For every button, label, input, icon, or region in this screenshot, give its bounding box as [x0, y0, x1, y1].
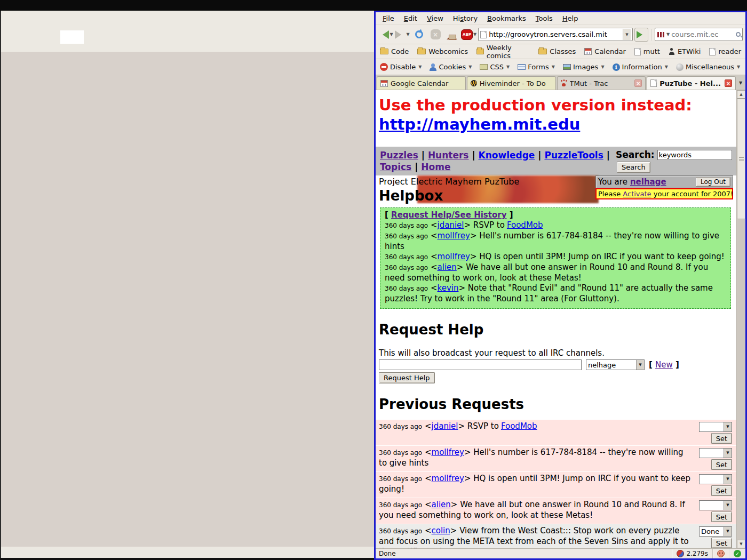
status-select[interactable]: ▼	[699, 474, 732, 484]
request-help-button[interactable]: Request Help	[379, 372, 435, 383]
url-input[interactable]	[489, 30, 621, 38]
tab-list-dropdown[interactable]: ▼	[736, 76, 745, 90]
user-link[interactable]: alien	[438, 262, 457, 272]
scroll-up-button[interactable]: ▲	[737, 90, 745, 99]
menu-item[interactable]: Help	[559, 13, 582, 23]
set-button[interactable]: Set	[711, 485, 732, 496]
nav-link[interactable]: Knowledge	[479, 150, 535, 161]
bookmark-code[interactable]: Code	[380, 47, 409, 55]
search-engine-box[interactable]: ▼	[655, 28, 743, 41]
vertical-scrollbar[interactable]: ▲ ▼	[736, 90, 745, 548]
web-search-input[interactable]	[671, 30, 734, 38]
dropdown-icon[interactable]: ▼	[418, 65, 422, 69]
bookmark-mutt[interactable]: mutt	[634, 47, 660, 55]
status-select[interactable]: ▼	[699, 500, 732, 510]
mayhem-link[interactable]: http://mayhem.mit.edu	[379, 115, 580, 133]
scrollbar-track[interactable]	[737, 219, 745, 540]
site-search-input[interactable]	[657, 150, 732, 160]
message-link[interactable]: FoodMob	[501, 421, 537, 431]
set-button[interactable]: Set	[711, 433, 732, 444]
stop-button[interactable]: ×	[428, 27, 443, 42]
adblock-button[interactable]: ABP▼	[461, 27, 476, 42]
new-link[interactable]: New	[655, 360, 673, 370]
dropdown-icon[interactable]: ▼	[552, 65, 555, 69]
user-link[interactable]: jdaniel	[432, 421, 458, 431]
load-timer[interactable]: 2.279s	[672, 549, 712, 558]
url-bar[interactable]: ▼	[478, 28, 633, 41]
requester-select[interactable]: nelhage ▼	[586, 359, 645, 370]
ok-status[interactable]: ✓	[729, 549, 745, 558]
user-link[interactable]: kevin	[438, 283, 459, 293]
tab-close-icon[interactable]: ×	[725, 79, 732, 87]
menu-item[interactable]: Bookmarks	[483, 13, 530, 23]
bookmark-webcomics[interactable]: Webcomics	[417, 47, 468, 55]
select-arrow-icon[interactable]: ▼	[636, 360, 644, 370]
nav-link[interactable]: PuzzleTools	[544, 150, 603, 161]
tab-google-calendar[interactable]: Google Calendar	[377, 76, 466, 90]
dropdown-icon[interactable]: ▼	[468, 65, 472, 69]
devtool-miscellaneous[interactable]: Miscellaneous▼	[676, 63, 740, 71]
devtool-cookies[interactable]: Cookies▼	[430, 63, 472, 71]
select-arrow-icon[interactable]: ▼	[724, 501, 732, 510]
nav-link[interactable]: Puzzles	[380, 150, 418, 161]
scrollbar-thumb[interactable]	[737, 99, 745, 219]
home-button[interactable]	[444, 27, 459, 42]
status-select[interactable]: Done ▼	[699, 526, 732, 537]
search-engine-dropdown[interactable]: ▼	[666, 32, 670, 37]
scroll-down-button[interactable]: ▼	[737, 540, 745, 548]
user-link[interactable]: jdaniel	[438, 220, 464, 230]
reload-button[interactable]	[411, 27, 426, 42]
user-link[interactable]: mollfrey	[438, 252, 470, 261]
menu-item[interactable]: Tools	[532, 13, 557, 23]
devtool-disable[interactable]: Disable▼	[380, 63, 422, 71]
status-select[interactable]: ▼	[699, 422, 732, 432]
username-link[interactable]: nelhage	[630, 177, 666, 187]
magnifier-icon[interactable]	[736, 32, 741, 37]
back-dropdown-icon[interactable]: ▼	[390, 32, 393, 37]
menu-item[interactable]: View	[423, 13, 447, 23]
adblock-dropdown-icon[interactable]: ▼	[473, 32, 476, 37]
dropdown-icon[interactable]: ▼	[601, 65, 604, 69]
nav-link[interactable]: Home	[421, 162, 450, 172]
site-search-button[interactable]: Search	[617, 162, 650, 173]
forward-button[interactable]: ▼	[395, 27, 410, 42]
nav-link[interactable]: Topics	[380, 162, 411, 172]
dropdown-icon[interactable]: ▼	[737, 65, 740, 69]
url-history-dropdown[interactable]: ▼	[623, 29, 631, 40]
dropdown-icon[interactable]: ▼	[665, 65, 668, 69]
devtool-information[interactable]: iInformation▼	[613, 63, 668, 71]
user-link[interactable]: mollfrey	[432, 474, 464, 483]
select-arrow-icon[interactable]: ▼	[724, 527, 732, 536]
dropdown-icon[interactable]: ▼	[506, 65, 510, 69]
select-arrow-icon[interactable]: ▼	[724, 422, 732, 431]
bookmark-calendar[interactable]: Calendar	[584, 47, 625, 55]
bookmark-etwiki[interactable]: ETWiki	[669, 47, 701, 55]
menu-item[interactable]: Edit	[400, 13, 421, 23]
user-link[interactable]: mollfrey	[438, 231, 470, 241]
tab-puztube-active[interactable]: PuzTube - Hel... ×	[647, 76, 736, 90]
menu-item[interactable]: History	[449, 13, 481, 23]
set-button[interactable]: Set	[711, 459, 732, 470]
request-help-history-link[interactable]: Request Help/See History	[391, 210, 506, 220]
nav-link[interactable]: Hunters	[428, 150, 469, 161]
go-button[interactable]	[634, 28, 648, 42]
set-button[interactable]: Set	[711, 538, 732, 548]
logout-button[interactable]: Log Out	[696, 177, 730, 187]
tab-close-icon[interactable]: ×	[634, 79, 642, 87]
request-help-input[interactable]	[379, 359, 582, 370]
tab-hiveminder[interactable]: Hiveminder - To Do	[467, 76, 556, 90]
status-select[interactable]: ▼	[699, 448, 732, 458]
activate-link[interactable]: Activate	[623, 190, 651, 198]
tab-tmut-trac[interactable]: TMut - Trac ×	[557, 76, 646, 90]
small-white-window[interactable]	[60, 30, 84, 44]
user-link[interactable]: mollfrey	[432, 447, 464, 457]
select-arrow-icon[interactable]: ▼	[724, 475, 732, 484]
set-button[interactable]: Set	[711, 511, 732, 522]
greasemonkey-status[interactable]	[712, 549, 729, 558]
select-arrow-icon[interactable]: ▼	[724, 449, 732, 458]
user-link[interactable]: colin	[432, 526, 450, 535]
back-button[interactable]: ▼	[378, 27, 393, 42]
devtool-css[interactable]: CSS▼	[480, 63, 510, 71]
devtool-images[interactable]: Images▼	[563, 63, 605, 71]
devtool-forms[interactable]: Forms▼	[518, 63, 555, 71]
